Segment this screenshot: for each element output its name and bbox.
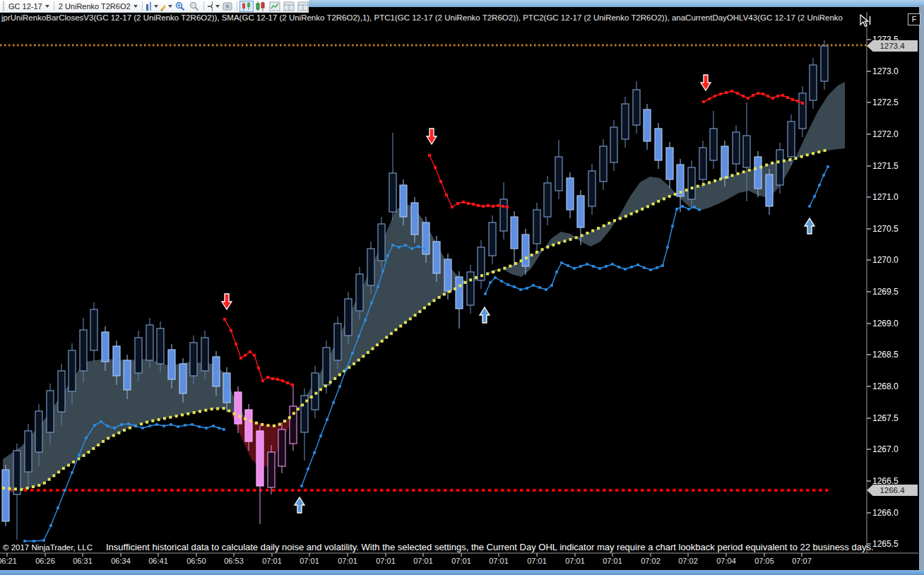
indicator-labels: jprUniRenkoBarClosesV3(GC 12-17 (2 UniRe… — [1, 13, 865, 25]
properties-icon[interactable] — [282, 1, 296, 12]
time-axis[interactable]: 06:2106:2606:3106:3406:4106:5006:5307:01… — [0, 554, 867, 569]
dropdown-caret-icon — [45, 5, 49, 8]
buy-arrow-icon — [295, 497, 304, 513]
price-tick-label: 1267.5 — [872, 413, 899, 423]
time-tick-label: 07:01 — [376, 557, 396, 565]
ptc-long-trail-line — [808, 165, 829, 208]
dropdown-caret-icon — [134, 5, 138, 8]
price-tick-label: 1266.5 — [872, 476, 899, 486]
window-frame-top — [309, 0, 924, 7]
buy-arrow-icon — [805, 218, 815, 234]
plot-area — [0, 40, 867, 543]
price-tick-label: 1272.5 — [872, 97, 899, 107]
toolbar-separator — [142, 1, 143, 11]
ptc-short-trail-line — [702, 90, 804, 105]
time-tick-label: 07:01 — [300, 557, 319, 565]
price-marker-tag: 1273.4 — [867, 40, 918, 52]
time-tick-label: 06:31 — [73, 557, 93, 565]
price-axis[interactable]: 1273.51273.01272.51272.01271.51271.01270… — [867, 25, 919, 562]
time-tick-label: 07:01 — [262, 557, 282, 565]
dropdown-caret-icon — [215, 5, 220, 8]
mouse-cursor-icon — [859, 14, 872, 31]
ptc-short-trail-line — [223, 318, 294, 386]
draw-tools-icon[interactable] — [159, 1, 173, 12]
time-tick-label: 07:01 — [565, 557, 585, 565]
price-tick-label: 1273.0 — [872, 66, 899, 76]
window-frame-bottom — [0, 570, 924, 575]
time-tick-label: 06:26 — [35, 557, 55, 565]
toolbar-grip[interactable] — [3, 1, 4, 11]
dropdown-caret-icon — [154, 5, 158, 8]
chart-toolbar: GC 12-17 2 UniRenko T2R6O2 — [0, 0, 309, 13]
series-selector[interactable]: 2 UniRenko T2R6O2 — [57, 1, 140, 12]
dropdown-caret-icon — [168, 5, 172, 8]
price-tick-label: 1270.5 — [872, 224, 899, 234]
ohl-warning-text: Insufficient historical data to calculat… — [106, 542, 874, 552]
price-tick-label: 1271.5 — [872, 161, 899, 171]
price-tick-label: 1269.0 — [872, 319, 899, 328]
time-tick-label: 07:02 — [678, 557, 698, 565]
chart-style-icon[interactable] — [145, 1, 159, 12]
series-label: 2 UniRenko T2R6O2 — [59, 2, 131, 11]
price-tick-label: 1269.5 — [872, 287, 899, 297]
time-tick-label: 07:01 — [527, 557, 547, 565]
time-tick-label: 07:07 — [792, 557, 812, 565]
indicator-cloud-gray — [3, 82, 845, 492]
ptc-short-trail-line — [428, 154, 509, 208]
sell-arrow-icon — [701, 75, 711, 90]
crosshair-icon[interactable] — [206, 1, 220, 12]
data-series-icon[interactable] — [254, 1, 268, 12]
price-tick-label: 1268.5 — [872, 350, 899, 360]
time-tick-label: 07:01 — [489, 557, 509, 565]
window-grid-icon[interactable] — [296, 1, 310, 12]
buy-arrow-icon — [480, 307, 490, 323]
toolbar-separator — [237, 1, 237, 11]
price-tick-label: 1272.0 — [872, 129, 899, 139]
price-tick-label: 1268.0 — [872, 381, 899, 391]
chart-trader-icon[interactable] — [239, 1, 254, 12]
toolbar-separator — [203, 1, 204, 11]
price-tick-label: 1265.5 — [872, 539, 899, 549]
sell-arrow-icon — [222, 294, 232, 309]
time-tick-label: 06:50 — [186, 557, 206, 565]
toolbar-icon-group — [145, 1, 310, 12]
copyright-text: © 2017 NinjaTrader, LLC — [3, 543, 93, 552]
snapshot-icon[interactable] — [220, 1, 235, 12]
toolbar-separator — [54, 1, 54, 11]
window-frame-right — [919, 6, 924, 571]
price-tick-label: 1271.0 — [872, 192, 899, 202]
time-tick-label: 07:01 — [413, 557, 433, 565]
time-tick-label: 07:05 — [754, 557, 774, 565]
price-marker-tag: 1266.4 — [867, 485, 918, 496]
time-tick-label: 07:01 — [603, 557, 622, 565]
time-tick-label: 07:01 — [338, 557, 357, 565]
focus-button[interactable]: F — [908, 13, 920, 25]
instrument-selector[interactable]: GC 12-17 — [6, 1, 52, 12]
chart-canvas[interactable] — [0, 0, 924, 575]
price-tick-label: 1266.0 — [872, 508, 899, 518]
zoom-out-icon[interactable] — [187, 1, 201, 12]
time-tick-label: 06:34 — [111, 557, 131, 565]
sell-arrow-icon — [427, 129, 437, 144]
time-tick-label: 06:53 — [224, 557, 244, 565]
time-tick-label: 06:41 — [148, 557, 168, 565]
time-tick-label: 07:01 — [451, 557, 471, 565]
time-tick-label: 07:02 — [641, 557, 661, 565]
instrument-label: GC 12-17 — [8, 2, 42, 11]
time-tick-label: 06:21 — [0, 557, 17, 565]
indicators-icon[interactable] — [268, 1, 282, 12]
price-tick-label: 1267.0 — [872, 444, 899, 454]
zoom-in-icon[interactable] — [173, 1, 187, 12]
price-tick-label: 1270.0 — [872, 255, 899, 265]
time-tick-label: 07:04 — [716, 557, 736, 565]
ninjatrader-chart-window: GC 12-17 2 UniRenko T2R6O2 jprUniRenkoBa… — [0, 0, 924, 575]
